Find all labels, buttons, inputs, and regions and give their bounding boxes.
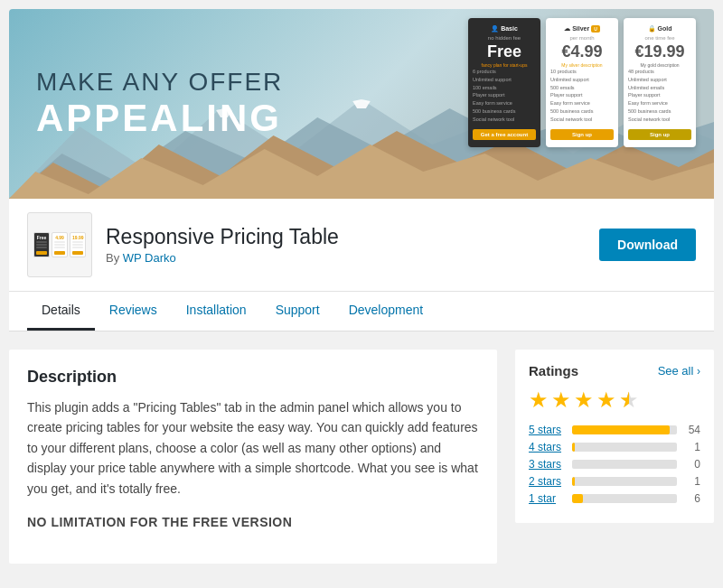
rating-bar-5: 5 stars 54: [529, 424, 700, 436]
stars-display: ★ ★ ★ ★ ★★: [529, 387, 700, 413]
page-wrapper: MAKE ANY OFFER APPEALING 👤 Basic no hidd…: [0, 0, 723, 573]
star-4: ★: [596, 387, 616, 413]
rating-bars: 5 stars 54 4 stars 1 3 stars: [529, 424, 700, 505]
bar-fill-4: [572, 443, 575, 452]
gold-subtitle: one time fee: [628, 35, 691, 41]
bar-fill-2: [572, 477, 575, 486]
ratings-header: Ratings See all ›: [529, 363, 700, 378]
rating-bar-4: 4 stars 1: [529, 441, 700, 453]
main-content: Description This plugin adds a "Pricing …: [9, 350, 714, 564]
star-label-5[interactable]: 5 stars: [529, 424, 567, 436]
silver-title: ☁ Silver U: [550, 25, 614, 33]
plugin-thumbnail: Free 4.99 19.99: [27, 212, 92, 277]
plugin-title: Responsive Pricing Table: [106, 225, 339, 250]
description-section: Description This plugin adds a "Pricing …: [9, 350, 497, 564]
basic-features: 6 products Unlimited support 100 emails …: [473, 68, 536, 124]
description-footnote: NO LIMITATION FOR THE FREE VERSION: [27, 512, 479, 532]
bar-track-1: [572, 494, 677, 503]
bar-track-4: [572, 443, 677, 452]
gold-btn[interactable]: Sign up: [628, 129, 691, 140]
bar-fill-1: [572, 494, 583, 503]
gold-title: 🔒 Gold: [628, 25, 691, 33]
description-body: This plugin adds a "Pricing Tables" tab …: [27, 397, 479, 499]
tab-details[interactable]: Details: [27, 292, 95, 331]
banner-line1: MAKE ANY OFFER: [36, 68, 283, 97]
rating-bar-1: 1 star 6: [529, 492, 700, 505]
plugin-author-line: By WP Darko: [106, 251, 339, 265]
chevron-right-icon: ›: [697, 365, 700, 378]
banner-cards: 👤 Basic no hidden fee Free fancy plan fo…: [468, 18, 696, 147]
tab-development[interactable]: Development: [334, 292, 438, 331]
star-3: ★: [574, 387, 594, 413]
bar-track-3: [572, 460, 677, 469]
tabs-bar: Details Reviews Installation Support Dev…: [9, 292, 714, 331]
silver-subtitle: per month: [550, 35, 614, 41]
basic-price: Free: [473, 43, 536, 60]
author-link[interactable]: WP Darko: [123, 251, 176, 265]
bar-track-5: [572, 425, 677, 434]
banner-card-silver: ☁ Silver U per month €4.99 My silver des…: [546, 18, 618, 147]
gold-price: €19.99: [628, 43, 691, 60]
ratings-section: Ratings See all › ★ ★ ★ ★ ★★ 5 stars: [515, 350, 714, 523]
bar-fill-5: [572, 425, 670, 434]
plugin-info-row: Free 4.99 19.99: [9, 199, 714, 292]
rating-bar-2: 2 stars 1: [529, 475, 700, 488]
star-2: ★: [551, 387, 571, 413]
description-heading: Description: [27, 368, 479, 387]
star-count-1: 6: [682, 492, 700, 505]
star-count-4: 1: [682, 441, 700, 453]
see-all-link[interactable]: See all ›: [658, 364, 700, 378]
tab-support[interactable]: Support: [261, 292, 334, 331]
ratings-heading: Ratings: [529, 363, 578, 378]
banner-text: MAKE ANY OFFER APPEALING: [9, 50, 310, 158]
banner-card-basic: 👤 Basic no hidden fee Free fancy plan fo…: [468, 18, 540, 147]
star-1: ★: [529, 387, 549, 413]
banner-line2: APPEALING: [36, 97, 283, 140]
plugin-title-area: Responsive Pricing Table By WP Darko: [106, 225, 339, 266]
star-5: ★★: [619, 387, 639, 413]
silver-price: €4.99: [550, 43, 614, 60]
plugin-info-left: Free 4.99 19.99: [27, 212, 339, 277]
star-count-5: 54: [682, 424, 700, 436]
rating-bar-3: 3 stars 0: [529, 458, 700, 471]
banner-card-gold: 🔒 Gold one time fee €19.99 My gold descr…: [624, 18, 696, 147]
star-label-1[interactable]: 1 star: [529, 492, 567, 505]
star-label-3[interactable]: 3 stars: [529, 458, 567, 471]
star-label-2[interactable]: 2 stars: [529, 475, 567, 488]
gold-features: 48 products Unlimited support Unlimited …: [628, 68, 691, 124]
silver-btn[interactable]: Sign up: [550, 129, 614, 140]
tab-installation[interactable]: Installation: [172, 292, 261, 331]
star-count-3: 0: [682, 458, 700, 471]
download-button[interactable]: Download: [599, 229, 696, 261]
basic-title: 👤 Basic: [473, 25, 536, 33]
basic-btn[interactable]: Get a free account: [473, 129, 536, 140]
star-label-4[interactable]: 4 stars: [529, 441, 567, 453]
bar-track-2: [572, 477, 677, 486]
basic-subtitle: no hidden fee: [473, 35, 536, 41]
plugin-banner: MAKE ANY OFFER APPEALING 👤 Basic no hidd…: [9, 9, 714, 199]
star-count-2: 1: [682, 475, 700, 488]
tab-reviews[interactable]: Reviews: [95, 292, 172, 331]
silver-features: 10 products Unlimited support 500 emails…: [550, 68, 614, 124]
